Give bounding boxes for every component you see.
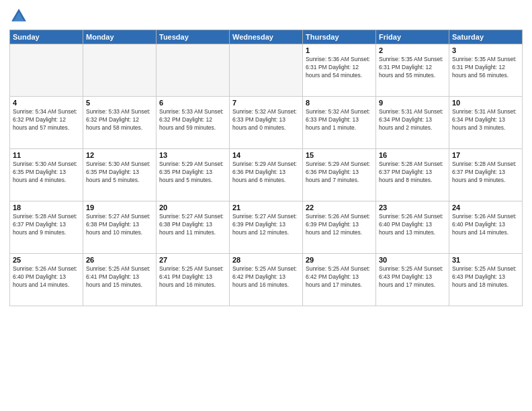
day-number: 3 (452, 46, 519, 54)
day-info: Sunrise: 5:25 AM Sunset: 6:41 PM Dayligh… (159, 265, 226, 289)
calendar-cell: 17Sunrise: 5:28 AM Sunset: 6:37 PM Dayli… (449, 149, 523, 201)
day-number: 27 (159, 256, 226, 264)
day-number: 15 (306, 151, 373, 159)
calendar-cell: 27Sunrise: 5:25 AM Sunset: 6:41 PM Dayli… (157, 254, 230, 306)
day-number: 12 (86, 151, 153, 159)
day-number: 29 (306, 256, 373, 264)
day-info: Sunrise: 5:25 AM Sunset: 6:42 PM Dayligh… (232, 265, 300, 289)
day-number: 24 (452, 203, 519, 212)
calendar-cell: 20Sunrise: 5:27 AM Sunset: 6:38 PM Dayli… (157, 201, 230, 254)
weekday-header-tuesday: Tuesday (157, 30, 230, 44)
calendar-cell: 26Sunrise: 5:25 AM Sunset: 6:41 PM Dayli… (83, 254, 157, 306)
day-number: 5 (86, 99, 153, 107)
logo (9, 7, 31, 26)
calendar-cell: 8Sunrise: 5:32 AM Sunset: 6:33 PM Daylig… (303, 97, 376, 149)
day-info: Sunrise: 5:35 AM Sunset: 6:31 PM Dayligh… (452, 56, 519, 80)
week-row-2: 11Sunrise: 5:30 AM Sunset: 6:35 PM Dayli… (10, 149, 523, 201)
day-info: Sunrise: 5:26 AM Sunset: 6:40 PM Dayligh… (452, 213, 519, 237)
day-info: Sunrise: 5:33 AM Sunset: 6:32 PM Dayligh… (86, 108, 153, 132)
day-info: Sunrise: 5:25 AM Sunset: 6:43 PM Dayligh… (379, 265, 446, 289)
weekday-header-friday: Friday (376, 30, 449, 44)
day-number: 8 (306, 99, 373, 107)
calendar-cell: 24Sunrise: 5:26 AM Sunset: 6:40 PM Dayli… (449, 201, 523, 254)
weekday-header-thursday: Thursday (303, 30, 376, 44)
day-number: 22 (306, 203, 373, 212)
day-info: Sunrise: 5:26 AM Sunset: 6:40 PM Dayligh… (13, 265, 80, 289)
week-row-0: 1Sunrise: 5:36 AM Sunset: 6:31 PM Daylig… (10, 44, 523, 97)
calendar-header-row: SundayMondayTuesdayWednesdayThursdayFrid… (10, 30, 523, 44)
day-info: Sunrise: 5:29 AM Sunset: 6:35 PM Dayligh… (159, 161, 226, 185)
calendar-cell: 30Sunrise: 5:25 AM Sunset: 6:43 PM Dayli… (376, 254, 449, 306)
day-info: Sunrise: 5:28 AM Sunset: 6:37 PM Dayligh… (452, 161, 519, 185)
calendar-cell: 19Sunrise: 5:27 AM Sunset: 6:38 PM Dayli… (83, 201, 157, 254)
day-info: Sunrise: 5:36 AM Sunset: 6:31 PM Dayligh… (306, 56, 373, 80)
day-info: Sunrise: 5:32 AM Sunset: 6:33 PM Dayligh… (306, 108, 373, 132)
day-number: 10 (452, 99, 519, 107)
day-info: Sunrise: 5:30 AM Sunset: 6:35 PM Dayligh… (86, 161, 153, 185)
calendar-cell: 16Sunrise: 5:28 AM Sunset: 6:37 PM Dayli… (376, 149, 449, 201)
calendar-cell: 22Sunrise: 5:26 AM Sunset: 6:39 PM Dayli… (303, 201, 376, 254)
day-info: Sunrise: 5:26 AM Sunset: 6:40 PM Dayligh… (379, 213, 446, 237)
day-number: 16 (379, 151, 446, 159)
calendar-cell: 1Sunrise: 5:36 AM Sunset: 6:31 PM Daylig… (303, 44, 376, 97)
calendar-cell: 14Sunrise: 5:29 AM Sunset: 6:36 PM Dayli… (230, 149, 303, 201)
logo-icon (9, 7, 28, 26)
calendar-cell: 11Sunrise: 5:30 AM Sunset: 6:35 PM Dayli… (10, 149, 83, 201)
calendar-cell: 25Sunrise: 5:26 AM Sunset: 6:40 PM Dayli… (10, 254, 83, 306)
day-number: 9 (379, 99, 446, 107)
day-info: Sunrise: 5:31 AM Sunset: 6:34 PM Dayligh… (452, 108, 519, 132)
day-info: Sunrise: 5:35 AM Sunset: 6:31 PM Dayligh… (379, 56, 446, 80)
day-number: 13 (159, 151, 226, 159)
calendar-cell: 4Sunrise: 5:34 AM Sunset: 6:32 PM Daylig… (10, 97, 83, 149)
week-row-1: 4Sunrise: 5:34 AM Sunset: 6:32 PM Daylig… (10, 97, 523, 149)
calendar-cell: 5Sunrise: 5:33 AM Sunset: 6:32 PM Daylig… (83, 97, 157, 149)
calendar-cell: 15Sunrise: 5:29 AM Sunset: 6:36 PM Dayli… (303, 149, 376, 201)
day-number: 2 (379, 46, 446, 54)
calendar-cell (230, 44, 303, 97)
day-info: Sunrise: 5:29 AM Sunset: 6:36 PM Dayligh… (232, 161, 300, 185)
day-number: 14 (232, 151, 300, 159)
weekday-header-wednesday: Wednesday (230, 30, 303, 44)
day-info: Sunrise: 5:30 AM Sunset: 6:35 PM Dayligh… (13, 161, 80, 185)
day-info: Sunrise: 5:26 AM Sunset: 6:39 PM Dayligh… (306, 213, 373, 237)
day-number: 31 (452, 256, 519, 264)
day-info: Sunrise: 5:25 AM Sunset: 6:41 PM Dayligh… (86, 265, 153, 289)
weekday-header-saturday: Saturday (449, 30, 523, 44)
calendar-cell: 28Sunrise: 5:25 AM Sunset: 6:42 PM Dayli… (230, 254, 303, 306)
day-info: Sunrise: 5:33 AM Sunset: 6:32 PM Dayligh… (159, 108, 226, 132)
day-info: Sunrise: 5:27 AM Sunset: 6:38 PM Dayligh… (159, 213, 226, 237)
calendar-cell: 3Sunrise: 5:35 AM Sunset: 6:31 PM Daylig… (449, 44, 523, 97)
day-number: 25 (13, 256, 80, 264)
calendar-cell: 21Sunrise: 5:27 AM Sunset: 6:39 PM Dayli… (230, 201, 303, 254)
day-info: Sunrise: 5:32 AM Sunset: 6:33 PM Dayligh… (232, 108, 300, 132)
day-number: 4 (13, 99, 80, 107)
day-number: 18 (13, 203, 80, 212)
day-number: 28 (232, 256, 300, 264)
day-number: 6 (159, 99, 226, 107)
day-number: 11 (13, 151, 80, 159)
day-number: 20 (159, 203, 226, 212)
page: SundayMondayTuesdayWednesdayThursdayFrid… (0, 0, 532, 411)
day-info: Sunrise: 5:27 AM Sunset: 6:39 PM Dayligh… (232, 213, 300, 237)
calendar-cell: 23Sunrise: 5:26 AM Sunset: 6:40 PM Dayli… (376, 201, 449, 254)
day-number: 30 (379, 256, 446, 264)
day-number: 23 (379, 203, 446, 212)
calendar-cell: 29Sunrise: 5:25 AM Sunset: 6:42 PM Dayli… (303, 254, 376, 306)
day-info: Sunrise: 5:31 AM Sunset: 6:34 PM Dayligh… (379, 108, 446, 132)
weekday-header-sunday: Sunday (10, 30, 83, 44)
calendar-cell: 2Sunrise: 5:35 AM Sunset: 6:31 PM Daylig… (376, 44, 449, 97)
day-number: 1 (306, 46, 373, 54)
header (9, 7, 523, 26)
calendar-cell: 31Sunrise: 5:25 AM Sunset: 6:43 PM Dayli… (449, 254, 523, 306)
day-number: 7 (232, 99, 300, 107)
calendar-cell: 12Sunrise: 5:30 AM Sunset: 6:35 PM Dayli… (83, 149, 157, 201)
day-info: Sunrise: 5:27 AM Sunset: 6:38 PM Dayligh… (86, 213, 153, 237)
day-info: Sunrise: 5:29 AM Sunset: 6:36 PM Dayligh… (306, 161, 373, 185)
calendar-cell: 18Sunrise: 5:28 AM Sunset: 6:37 PM Dayli… (10, 201, 83, 254)
week-row-4: 25Sunrise: 5:26 AM Sunset: 6:40 PM Dayli… (10, 254, 523, 306)
calendar-cell: 7Sunrise: 5:32 AM Sunset: 6:33 PM Daylig… (230, 97, 303, 149)
day-info: Sunrise: 5:28 AM Sunset: 6:37 PM Dayligh… (13, 213, 80, 237)
calendar-table: SundayMondayTuesdayWednesdayThursdayFrid… (9, 30, 523, 306)
calendar-cell (157, 44, 230, 97)
calendar-cell (83, 44, 157, 97)
